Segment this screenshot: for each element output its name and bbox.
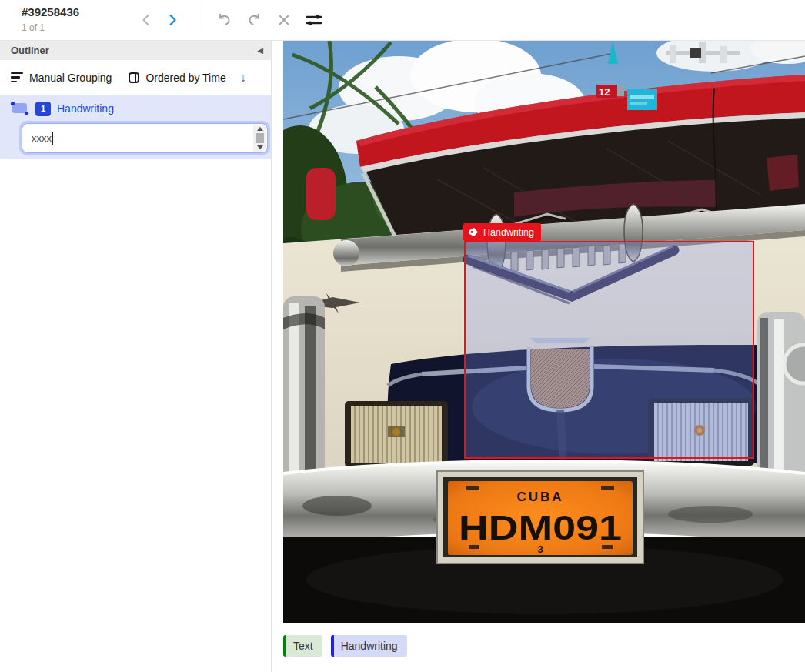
plate-suffix: 3 — [537, 543, 543, 555]
label-chip-text[interactable]: Text — [283, 635, 322, 657]
sliders-icon — [305, 11, 323, 29]
red-mirror — [306, 168, 336, 220]
outliner-title: Outliner — [11, 45, 257, 56]
scroll-up-icon[interactable] — [257, 127, 263, 131]
svg-text:12: 12 — [599, 86, 610, 98]
region-text-input[interactable]: xxxx — [22, 123, 268, 153]
bounding-box-icon — [9, 100, 29, 117]
annotation-canvas: 12 — [272, 41, 805, 672]
label-chip-label: Text — [286, 640, 322, 652]
redo-button[interactable] — [243, 8, 266, 32]
outliner-header: Outliner ◀ — [0, 41, 271, 60]
task-pagination: 1 of 1 — [22, 22, 45, 33]
task-image[interactable]: 12 — [283, 41, 805, 623]
scroll-thumb[interactable] — [256, 133, 264, 143]
headlight-ring — [784, 345, 805, 383]
region-text-value: xxxx — [32, 132, 52, 144]
ordering-selector[interactable]: Ordered by Time — [129, 72, 225, 84]
region-count-badge: 1 — [35, 102, 51, 116]
region-list-item[interactable]: 1 Handwriting — [0, 95, 271, 122]
region-bounding-box[interactable] — [464, 241, 754, 459]
chevron-right-icon — [165, 12, 180, 28]
ordering-icon — [129, 72, 139, 83]
plate-number: HDM091 — [459, 509, 622, 547]
selected-region-block: 1 Handwriting xxxx — [0, 95, 271, 159]
undo-button[interactable] — [212, 8, 235, 32]
label-chip-label: Handwriting — [334, 640, 407, 652]
region-tag[interactable]: Handwriting — [463, 223, 541, 241]
next-task-button[interactable] — [162, 9, 183, 31]
tag-icon — [469, 227, 479, 237]
label-chooser: Text Handwriting — [283, 635, 407, 657]
outliner-toolbar: Manual Grouping Ordered by Time ↓ — [0, 60, 271, 95]
text-caret — [52, 132, 53, 145]
close-icon — [276, 12, 292, 28]
toolbar-divider — [202, 5, 202, 36]
prev-task-button[interactable] — [135, 9, 157, 31]
taxi-card — [627, 89, 657, 110]
input-scrollbar[interactable] — [253, 125, 266, 152]
reject-button[interactable] — [272, 8, 296, 32]
scroll-down-icon[interactable] — [257, 145, 263, 149]
top-toolbar: #39258436 1 of 1 — [0, 0, 805, 41]
plate-country: CUBA — [516, 490, 563, 504]
ordering-label: Ordered by Time — [145, 72, 225, 84]
sort-direction-icon[interactable]: ↓ — [240, 71, 246, 85]
grouping-icon — [11, 72, 23, 83]
view-settings-button[interactable] — [302, 8, 326, 32]
license-plate: CUBA HDM091 3 — [437, 471, 643, 563]
region-tag-label: Handwriting — [483, 227, 534, 238]
label-chip-handwriting[interactable]: Handwriting — [331, 635, 407, 657]
task-id: #39258436 — [22, 5, 79, 18]
region-label: Handwriting — [57, 102, 114, 115]
left-fog-light — [345, 401, 448, 467]
grouping-selector[interactable]: Manual Grouping — [11, 72, 112, 84]
chevron-left-icon — [139, 12, 154, 28]
grouping-label: Manual Grouping — [29, 72, 112, 84]
redo-icon — [246, 12, 263, 28]
outliner-panel: Outliner ◀ Manual Grouping Ordered by Ti… — [0, 41, 272, 672]
undo-icon — [215, 12, 232, 28]
collapse-panel-icon[interactable]: ◀ — [257, 47, 263, 55]
